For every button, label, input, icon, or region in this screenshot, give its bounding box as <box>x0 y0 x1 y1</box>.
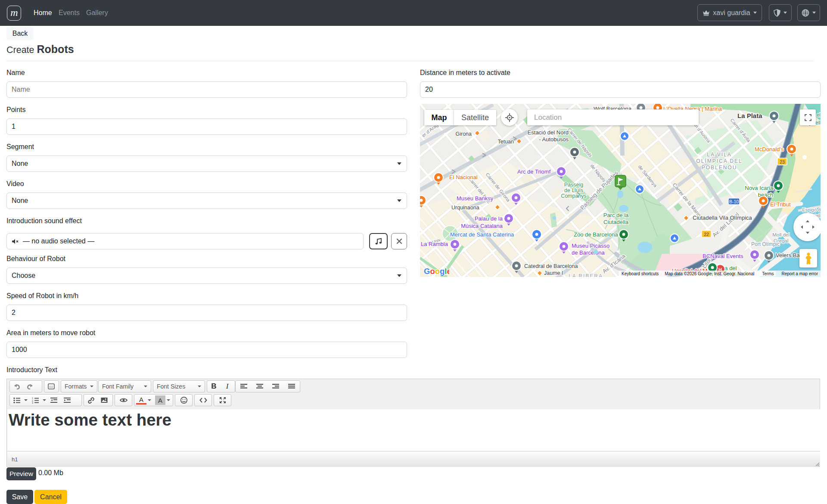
svg-text:La Plata: La Plata <box>737 112 762 119</box>
svg-text:Velers Ba: Velers Ba <box>776 252 800 258</box>
svg-text:Ciutadella Vila Olímpica: Ciutadella Vila Olímpica <box>693 215 752 221</box>
svg-text:Passeig: Passeig <box>564 182 584 188</box>
svg-text:Palau de la: Palau de la <box>475 215 503 222</box>
svg-text:Música Catalana: Música Catalana <box>461 223 503 229</box>
svg-text:Jaume I: Jaume I <box>544 270 563 276</box>
svg-text:B-10: B-10 <box>729 199 739 204</box>
svg-text:El Nacional: El Nacional <box>449 174 478 180</box>
svg-text:Arc de Triomf: Arc de Triomf <box>517 168 551 175</box>
svg-text:Estació del Nord: Estació del Nord <box>528 129 569 136</box>
svg-text:Port Olímpic: Port Olímpic <box>751 241 780 247</box>
svg-text:Google: Google <box>424 267 449 276</box>
svg-text:Museu Picasso: Museu Picasso <box>572 243 609 249</box>
svg-text:Nova Icaria: Nova Icaria <box>745 185 774 191</box>
svg-text:Girona: Girona <box>455 131 472 137</box>
svg-text:La Rambla: La Rambla <box>421 241 448 247</box>
svg-text:22: 22 <box>704 232 709 237</box>
svg-text:Espigó d: Espigó d <box>802 207 821 212</box>
svg-text:Parc de la: Parc de la <box>603 212 629 218</box>
svg-text:m: m <box>10 7 18 18</box>
svg-text:McDonald's: McDonald's <box>755 146 784 152</box>
svg-text:Companys: Companys <box>561 193 587 199</box>
svg-text:Catedral de Barcelona: Catedral de Barcelona <box>524 263 578 269</box>
svg-text:Moll del: Moll del <box>772 232 790 237</box>
svg-text:- Autobusos: - Autobusos <box>539 136 569 143</box>
svg-text:OLÍMPICA DEL: OLÍMPICA DEL <box>696 158 742 164</box>
svg-text:Tetuan: Tetuan <box>497 139 514 145</box>
svg-text:BCNaval Events: BCNaval Events <box>703 253 743 259</box>
svg-text:POBLENOU: POBLENOU <box>702 165 737 171</box>
svg-text:Museu Banksy: Museu Banksy <box>457 195 494 202</box>
svg-text:El Tribut: El Tribut <box>770 201 791 208</box>
svg-text:LA VILA: LA VILA <box>707 152 731 158</box>
svg-text:Mercat de Santa Caterina: Mercat de Santa Caterina <box>450 231 514 238</box>
svg-text:3: 3 <box>32 401 33 404</box>
svg-text:de Lluís: de Lluís <box>564 187 583 193</box>
svg-text:23: 23 <box>780 159 785 165</box>
svg-text:de Barcelona: de Barcelona <box>572 249 605 256</box>
svg-text:Ciutadella: Ciutadella <box>603 219 629 225</box>
svg-text:Zoo de Barcelona: Zoo de Barcelona <box>574 231 618 238</box>
svg-text:Urquinaona: Urquinaona <box>451 205 479 211</box>
svg-text:el: el <box>817 112 821 118</box>
svg-text:LA RIBERA: LA RIBERA <box>569 273 603 277</box>
